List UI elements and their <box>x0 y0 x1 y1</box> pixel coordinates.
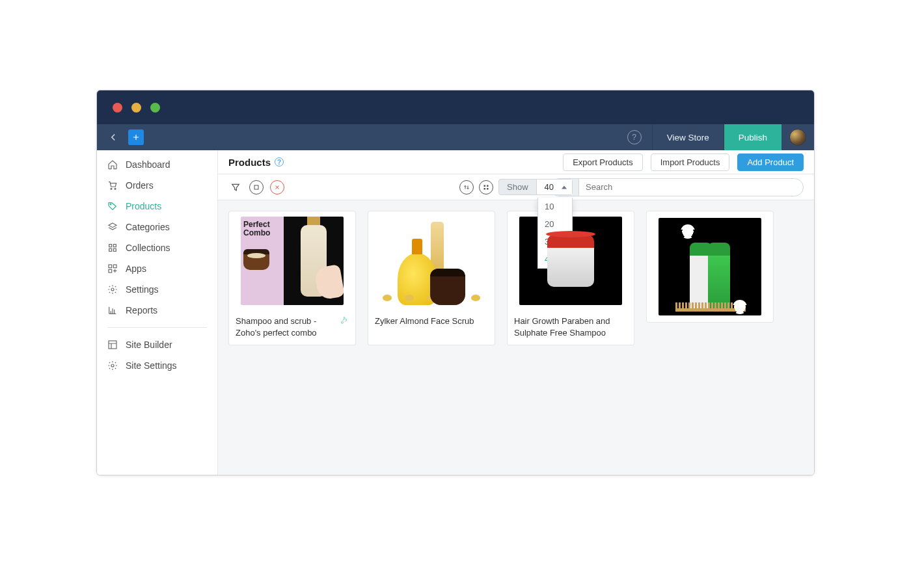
sidebar: Dashboard Orders Products Categories <box>97 150 218 475</box>
filter-icon[interactable] <box>228 180 243 194</box>
main-content: Products ? Export Products Import Produc… <box>218 150 814 475</box>
new-button[interactable] <box>128 129 144 145</box>
help-icon[interactable]: ? <box>275 157 284 167</box>
svg-rect-16 <box>484 188 486 190</box>
sidebar-item-label: Apps <box>126 263 146 274</box>
svg-rect-17 <box>487 188 489 190</box>
svg-rect-8 <box>113 265 116 268</box>
page-header: Products ? Export Products Import Produc… <box>218 150 814 174</box>
sidebar-item-dashboard[interactable]: Dashboard <box>97 154 217 175</box>
import-products-button[interactable]: Import Products <box>651 154 730 171</box>
svg-point-1 <box>115 188 116 189</box>
svg-rect-11 <box>109 341 116 349</box>
svg-rect-13 <box>254 185 258 189</box>
sidebar-item-label: Site Builder <box>126 340 172 350</box>
window-titlebar <box>97 90 814 124</box>
sidebar-item-apps[interactable]: Apps <box>97 258 217 279</box>
export-products-button[interactable]: Export Products <box>563 154 643 171</box>
publish-button[interactable]: Publish <box>724 124 781 150</box>
image-overlay-text: Combo <box>243 229 281 237</box>
layers-icon <box>107 222 118 232</box>
layout-icon <box>107 340 118 350</box>
svg-rect-6 <box>113 248 116 251</box>
chart-icon <box>107 305 118 315</box>
svg-point-2 <box>110 204 111 205</box>
show-label: Show <box>499 180 537 194</box>
svg-rect-3 <box>109 245 112 247</box>
app-body: Dashboard Orders Products Categories <box>97 150 814 475</box>
sidebar-item-reports[interactable]: Reports <box>97 300 217 321</box>
sidebar-item-label: Products <box>126 201 161 211</box>
window-minimize-dot[interactable] <box>131 103 141 113</box>
add-product-button[interactable]: Add Product <box>737 154 804 171</box>
sidebar-divider <box>107 327 207 328</box>
sidebar-item-label: Collections <box>126 243 170 253</box>
affiliate-icon <box>340 315 349 325</box>
app-toolbar: ? View Store Publish <box>97 124 814 150</box>
search-input[interactable] <box>579 182 800 192</box>
sidebar-item-label: Dashboard <box>126 159 170 170</box>
user-avatar[interactable] <box>789 129 806 146</box>
show-value[interactable]: 40 <box>537 180 572 194</box>
app-window: ? View Store Publish Dashboard Orders <box>96 90 815 475</box>
product-title: Shampoo and scrub - Zoho's perfect combo <box>236 315 337 338</box>
product-card[interactable]: Zylker Almond Face Scrub <box>368 211 495 345</box>
saved-filter-icon[interactable] <box>249 180 264 194</box>
show-option-20[interactable]: 20 <box>538 215 572 233</box>
sidebar-item-settings[interactable]: Settings <box>97 279 217 300</box>
apps-icon <box>107 263 118 274</box>
product-image <box>647 211 773 322</box>
grid-icon <box>107 243 118 253</box>
sidebar-item-label: Orders <box>126 180 154 191</box>
product-title: Hair Growth Paraben and Sulphate Free Sh… <box>514 315 627 338</box>
window-fullscreen-dot[interactable] <box>150 103 160 113</box>
page-title-text: Products <box>228 157 271 168</box>
sidebar-item-label: Categories <box>126 222 170 232</box>
svg-point-10 <box>111 288 114 291</box>
tag-icon <box>107 201 118 211</box>
product-image <box>368 211 495 310</box>
svg-rect-4 <box>113 245 116 247</box>
svg-rect-14 <box>484 185 486 187</box>
home-icon <box>107 159 118 170</box>
product-image: Perfect Combo <box>229 211 355 310</box>
sidebar-item-label: Site Settings <box>126 360 177 371</box>
page-title: Products ? <box>228 157 284 168</box>
show-value-text: 40 <box>545 182 554 192</box>
clear-filter-icon[interactable] <box>270 180 284 194</box>
sort-icon[interactable] <box>459 180 474 194</box>
sidebar-item-label: Settings <box>126 284 159 295</box>
show-option-label: 20 <box>545 219 554 229</box>
svg-rect-7 <box>109 265 112 268</box>
sidebar-item-orders[interactable]: Orders <box>97 175 217 196</box>
filter-row: Show 40 10 20 30 40 ✓ <box>218 174 814 200</box>
product-grid: Perfect Combo Shampoo and scrub - Zoho's <box>218 200 814 356</box>
chevron-up-icon <box>562 185 567 189</box>
help-icon[interactable]: ? <box>627 130 642 144</box>
show-count-select[interactable]: Show 40 10 20 30 40 ✓ <box>498 179 573 195</box>
svg-point-0 <box>111 188 112 189</box>
sidebar-item-categories[interactable]: Categories <box>97 217 217 237</box>
back-button[interactable] <box>106 130 120 144</box>
svg-point-12 <box>111 364 114 367</box>
window-close-dot[interactable] <box>113 103 122 113</box>
product-title: Zylker Almond Face Scrub <box>375 315 474 327</box>
product-card[interactable]: Hair Growth Paraben and Sulphate Free Sh… <box>507 211 634 345</box>
view-store-button[interactable]: View Store <box>652 124 724 150</box>
svg-rect-5 <box>109 248 112 251</box>
gear-icon <box>107 360 118 371</box>
gear-icon <box>107 284 118 295</box>
search-bar <box>550 178 804 196</box>
product-card[interactable]: Perfect Combo Shampoo and scrub - Zoho's <box>228 211 356 345</box>
cart-icon <box>107 180 118 191</box>
svg-rect-9 <box>109 269 112 273</box>
view-grid-icon[interactable] <box>479 180 493 194</box>
show-option-10[interactable]: 10 <box>538 198 572 215</box>
sidebar-item-site-builder[interactable]: Site Builder <box>97 334 217 355</box>
sidebar-item-collections[interactable]: Collections <box>97 237 217 258</box>
svg-rect-15 <box>487 185 489 187</box>
sidebar-item-products[interactable]: Products <box>97 196 217 217</box>
product-card[interactable] <box>646 211 774 323</box>
sidebar-item-site-settings[interactable]: Site Settings <box>97 355 217 376</box>
sidebar-item-label: Reports <box>126 305 157 315</box>
